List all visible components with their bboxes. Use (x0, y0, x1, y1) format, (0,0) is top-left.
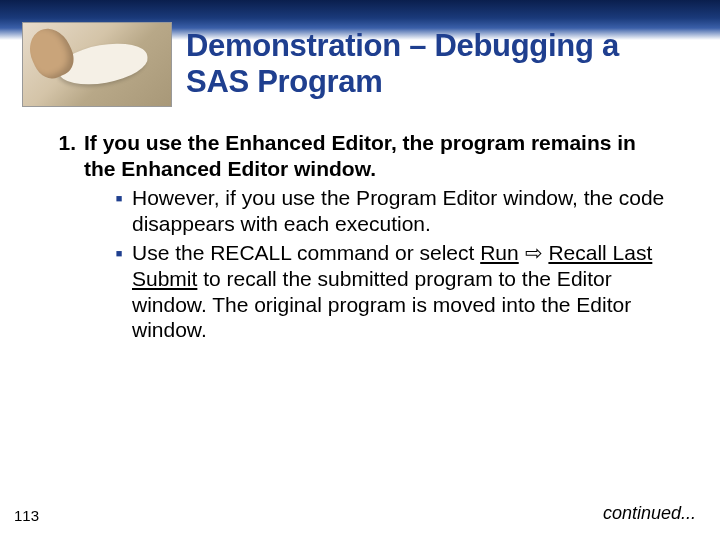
list-item: 1. If you use the Enhanced Editor, the p… (56, 130, 672, 181)
sub-text: However, if you use the Program Editor w… (132, 185, 672, 236)
sub-text: Use the RECALL command or select Run ⇨ R… (132, 240, 672, 342)
page-number: 113 (14, 507, 39, 524)
thumbnail-image (22, 22, 172, 107)
square-bullet-icon: ■ (106, 185, 132, 236)
list-text: If you use the Enhanced Editor, the prog… (84, 130, 672, 181)
sub-list: ■ However, if you use the Program Editor… (106, 185, 672, 343)
sub-list-item: ■ Use the RECALL command or select Run ⇨… (106, 240, 672, 342)
square-bullet-icon: ■ (106, 240, 132, 342)
continued-label: continued... (603, 503, 696, 524)
sub-list-item: ■ However, if you use the Program Editor… (106, 185, 672, 236)
slide-title: Demonstration – Debugging a SAS Program (186, 28, 686, 99)
body-content: 1. If you use the Enhanced Editor, the p… (56, 130, 672, 347)
slide: Demonstration – Debugging a SAS Program … (0, 0, 720, 540)
list-number: 1. (56, 130, 84, 181)
